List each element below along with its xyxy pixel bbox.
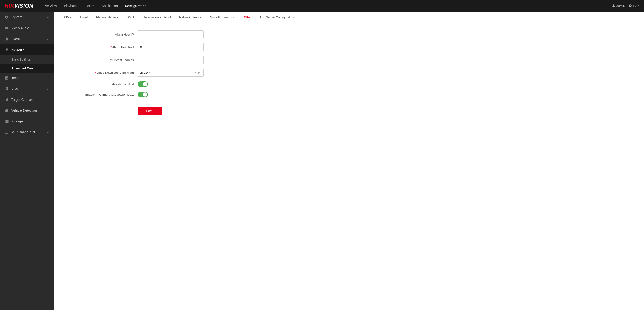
help-label: Help — [633, 4, 639, 8]
required-asterisk: * — [110, 46, 112, 49]
sidebar-label-vca: VCA — [11, 87, 44, 91]
system-icon — [5, 15, 9, 19]
required-asterisk: * — [95, 71, 96, 74]
sidebar-label-event: Event — [11, 37, 44, 41]
brand-red: HIK — [5, 3, 14, 9]
multicast-address-row: Multicast Address — [68, 56, 630, 64]
tab-log-server-config[interactable]: Log Server Configuration — [256, 12, 298, 23]
user-menu[interactable]: admin — [612, 4, 625, 8]
target-icon — [5, 98, 9, 102]
sidebar-label-video-audio: Video/Audio — [11, 26, 49, 30]
form-area: Alarm Host IP *Alarm Host Port Multicast… — [54, 23, 644, 310]
alarm-host-ip-label: Alarm Host IP — [68, 33, 134, 36]
tab-email[interactable]: Email — [76, 12, 92, 23]
sidebar-label-network: Network — [11, 48, 44, 52]
multicast-address-label: Multicast Address — [68, 58, 134, 62]
sidebar-item-vca[interactable]: VCA ⌄ — [0, 84, 54, 94]
sidebar-item-vehicle-detection[interactable]: Vehicle Detection — [0, 105, 54, 116]
sidebar-item-system[interactable]: System ⌄ — [0, 12, 54, 22]
video-download-bandwidth-label: *Video Download Bandwidth — [68, 71, 134, 74]
chevron-down-icon: ⌄ — [47, 130, 49, 134]
tab-other[interactable]: Other — [240, 12, 256, 23]
tab-802-1x[interactable]: 802.1x — [122, 12, 140, 23]
chevron-down-icon: ⌄ — [47, 37, 49, 40]
video-download-bandwidth-row: *Video Download Bandwidth Kbps — [68, 68, 630, 76]
sidebar-label-iot-channel: IoT Channel Set... — [11, 130, 44, 134]
nav-playback[interactable]: Playback — [64, 4, 77, 8]
chevron-down-icon: ⌄ — [47, 16, 49, 19]
sidebar-label-image: Image — [11, 76, 49, 80]
enable-virtual-host-toggle[interactable] — [138, 81, 148, 87]
chevron-down-icon: ⌄ — [47, 87, 49, 90]
bandwidth-input-wrapper: Kbps — [138, 68, 204, 76]
chevron-down-icon: ⌄ — [47, 120, 49, 123]
tab-snmp[interactable]: SNMP — [58, 12, 76, 23]
sidebar-item-target-capture[interactable]: Target Capture — [0, 94, 54, 105]
sidebar-item-image[interactable]: Image — [0, 72, 54, 84]
brand-white: VISION — [14, 3, 34, 9]
image-icon — [5, 76, 9, 80]
alarm-host-port-label: *Alarm Host Port — [68, 46, 134, 49]
user-icon — [612, 4, 615, 8]
nav-picture[interactable]: Picture — [84, 4, 95, 8]
sidebar-item-iot-channel[interactable]: IoT Channel Set... ⌄ — [0, 127, 54, 138]
sidebar-label-system: System — [11, 15, 44, 19]
main-content: SNMP Email Platform Access 802.1x Integr… — [54, 12, 644, 310]
sidebar-label-target-capture: Target Capture — [11, 98, 49, 102]
nav-live-view[interactable]: Live View — [43, 4, 57, 8]
tab-smooth-streaming[interactable]: Smooth Streaming — [206, 12, 240, 23]
enable-virtual-host-label: Enable Virtual Host — [68, 82, 134, 86]
enable-ip-camera-toggle[interactable] — [138, 92, 148, 97]
save-row: Save — [68, 103, 630, 115]
main-layout: System ⌄ Video/Audio Event ⌄ Network ⌃ B… — [0, 12, 644, 310]
video-icon — [5, 26, 9, 30]
storage-icon — [5, 119, 9, 124]
sidebar-item-event[interactable]: Event ⌄ — [0, 34, 54, 44]
help-link[interactable]: Help — [628, 4, 639, 8]
enable-ip-camera-label: Enable IP Camera Occupation De... — [68, 93, 134, 96]
help-icon — [628, 4, 632, 8]
topnav-right: admin Help — [612, 4, 639, 8]
alarm-host-port-row: *Alarm Host Port — [68, 43, 630, 51]
username-label: admin — [616, 4, 625, 8]
tab-network-service[interactable]: Network Service — [175, 12, 206, 23]
event-icon — [5, 37, 9, 41]
enable-virtual-host-row: Enable Virtual Host — [68, 81, 630, 87]
sidebar: System ⌄ Video/Audio Event ⌄ Network ⌃ B… — [0, 12, 54, 310]
alarm-host-ip-input[interactable] — [138, 30, 204, 38]
sidebar-sub-item-advanced-con[interactable]: Advanced Con... — [0, 64, 54, 72]
sidebar-item-network[interactable]: Network ⌃ — [0, 44, 54, 55]
network-icon — [5, 48, 9, 52]
chevron-up-icon: ⌃ — [47, 48, 49, 51]
vehicle-icon — [5, 108, 9, 112]
sidebar-label-vehicle-detection: Vehicle Detection — [11, 108, 49, 112]
sidebar-item-video-audio[interactable]: Video/Audio — [0, 22, 54, 34]
alarm-host-port-input[interactable] — [138, 43, 204, 51]
sidebar-sub-item-basic-settings[interactable]: Basic Settings — [0, 55, 54, 64]
nav-application[interactable]: Application — [102, 4, 118, 8]
sidebar-label-storage: Storage — [11, 120, 44, 123]
iot-icon — [5, 130, 9, 134]
save-button[interactable]: Save — [138, 107, 162, 115]
nav-configuration[interactable]: Configuration — [125, 4, 146, 8]
tab-platform-access[interactable]: Platform Access — [92, 12, 122, 23]
top-navigation: HIKVISION Live View Playback Picture App… — [0, 0, 644, 12]
vca-icon — [5, 87, 9, 91]
sidebar-item-storage[interactable]: Storage ⌄ — [0, 116, 54, 127]
enable-ip-camera-row: Enable IP Camera Occupation De... — [68, 92, 630, 97]
brand-logo: HIKVISION — [5, 3, 33, 9]
nav-links: Live View Playback Picture Application C… — [43, 4, 612, 8]
multicast-address-input[interactable] — [138, 56, 204, 64]
toggle-thumb — [143, 82, 147, 86]
toggle-thumb — [143, 92, 147, 96]
alarm-host-ip-row: Alarm Host IP — [68, 30, 630, 38]
video-download-bandwidth-input[interactable] — [138, 68, 204, 76]
tab-integration-protocol[interactable]: Integration Protocol — [140, 12, 175, 23]
subtab-bar: SNMP Email Platform Access 802.1x Integr… — [54, 12, 644, 23]
